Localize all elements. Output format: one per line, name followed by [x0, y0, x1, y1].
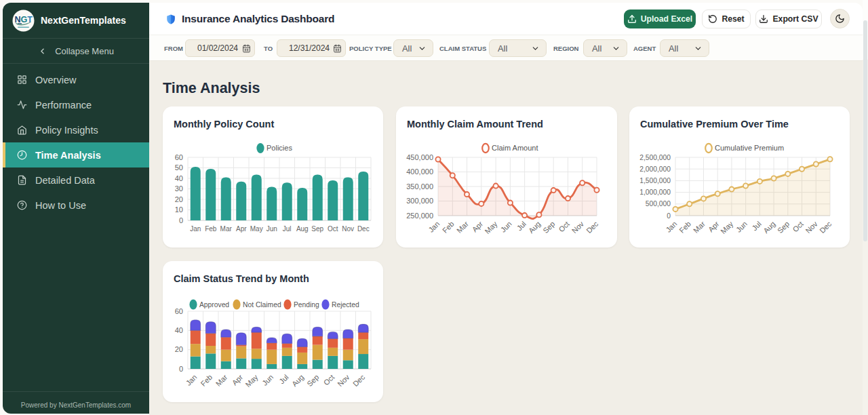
svg-text:30: 30 — [175, 184, 183, 193]
svg-text:Oct: Oct — [322, 373, 336, 387]
svg-text:400,000: 400,000 — [406, 167, 433, 176]
svg-text:300,000: 300,000 — [406, 197, 433, 205]
svg-text:Jul: Jul — [515, 220, 528, 232]
svg-text:Cumulative Premium: Cumulative Premium — [715, 144, 784, 152]
svg-text:Jun: Jun — [734, 220, 749, 234]
svg-text:May: May — [719, 220, 735, 236]
svg-text:Jan: Jan — [190, 225, 201, 233]
svg-text:Sep: Sep — [311, 225, 323, 233]
svg-text:Mar: Mar — [214, 373, 229, 388]
svg-text:40: 40 — [175, 326, 183, 334]
svg-text:May: May — [250, 225, 263, 233]
svg-text:60: 60 — [175, 307, 183, 315]
svg-text:250,000: 250,000 — [406, 212, 433, 220]
svg-text:Mar: Mar — [220, 225, 233, 233]
svg-text:Dec: Dec — [585, 220, 600, 235]
svg-text:Jul: Jul — [283, 225, 292, 233]
svg-text:Mar: Mar — [692, 220, 707, 235]
svg-text:Feb: Feb — [205, 225, 217, 233]
svg-text:Oct: Oct — [791, 220, 805, 234]
svg-text:Dec: Dec — [357, 225, 370, 233]
svg-text:Rejected: Rejected — [332, 301, 359, 309]
svg-text:Jun: Jun — [267, 225, 277, 233]
svg-text:Oct: Oct — [328, 225, 338, 233]
svg-text:450,000: 450,000 — [406, 153, 433, 161]
svg-text:Aug: Aug — [762, 220, 776, 235]
svg-text:Nov: Nov — [342, 225, 354, 233]
svg-text:Apr: Apr — [231, 373, 245, 387]
svg-text:Aug: Aug — [296, 225, 309, 233]
svg-text:40: 40 — [175, 174, 183, 182]
svg-text:0: 0 — [179, 216, 183, 224]
svg-text:Sep: Sep — [776, 220, 791, 235]
svg-text:Sep: Sep — [541, 220, 556, 235]
svg-text:NGT: NGT — [14, 15, 33, 24]
svg-text:Approved: Approved — [199, 301, 229, 309]
svg-text:Claim Amount: Claim Amount — [492, 144, 538, 152]
svg-text:Jan: Jan — [427, 220, 441, 234]
svg-text:Feb: Feb — [199, 373, 214, 388]
svg-text:Policies: Policies — [267, 144, 292, 152]
svg-text:350,000: 350,000 — [406, 182, 433, 191]
svg-text:Dec: Dec — [351, 373, 367, 389]
svg-text:Sep: Sep — [305, 373, 320, 388]
svg-text:Not Claimed: Not Claimed — [243, 301, 281, 309]
svg-text:Jan: Jan — [184, 373, 199, 387]
svg-text:Oct: Oct — [557, 220, 571, 234]
svg-text:Aug: Aug — [290, 373, 305, 388]
svg-text:Jun: Jun — [260, 373, 275, 387]
svg-text:Jan: Jan — [664, 220, 678, 234]
svg-text:1,500,000: 1,500,000 — [639, 177, 671, 184]
svg-text:Dec: Dec — [818, 220, 833, 235]
svg-text:20: 20 — [175, 195, 183, 203]
svg-text:Feb: Feb — [441, 220, 456, 235]
svg-text:Apr: Apr — [471, 220, 485, 234]
svg-text:Jun: Jun — [499, 220, 513, 234]
svg-text:20: 20 — [175, 345, 183, 353]
svg-text:Jul: Jul — [750, 220, 762, 232]
svg-text:Apr: Apr — [707, 220, 721, 234]
svg-text:0: 0 — [667, 212, 671, 220]
svg-text:500,000: 500,000 — [646, 200, 671, 208]
svg-text:Apr: Apr — [236, 225, 247, 233]
svg-text:60: 60 — [175, 153, 183, 161]
svg-text:10: 10 — [175, 205, 183, 214]
svg-text:Nov: Nov — [570, 220, 586, 235]
svg-text:Mar: Mar — [455, 220, 470, 235]
svg-text:Jul: Jul — [277, 373, 290, 385]
svg-text:May: May — [243, 373, 260, 389]
svg-text:Feb: Feb — [677, 220, 692, 235]
svg-text:Aug: Aug — [527, 220, 542, 235]
svg-text:0: 0 — [179, 365, 183, 373]
svg-text:Pending: Pending — [294, 301, 319, 309]
svg-text:Nov: Nov — [804, 220, 819, 235]
svg-text:Nov: Nov — [336, 373, 351, 389]
svg-text:1,000,000: 1,000,000 — [639, 189, 671, 196]
svg-text:50: 50 — [175, 163, 183, 172]
svg-text:2,500,000: 2,500,000 — [639, 154, 671, 161]
svg-text:2,000,000: 2,000,000 — [639, 165, 671, 173]
svg-text:May: May — [483, 220, 499, 236]
